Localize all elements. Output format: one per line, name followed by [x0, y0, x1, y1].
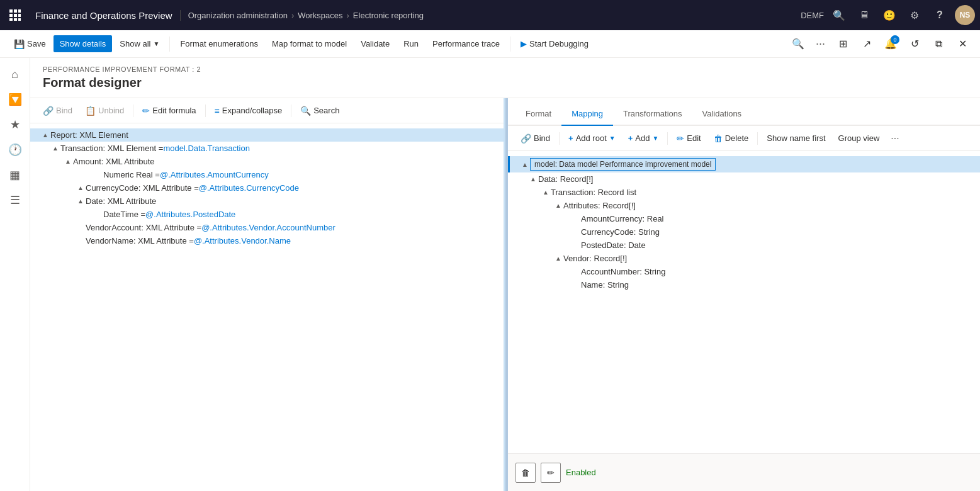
help-icon[interactable]: ? [930, 5, 950, 25]
cmdbar: 💾 Save Show details Show all ▼ Format en… [0, 30, 980, 58]
tree-toggle-icon[interactable]: ▲ [553, 202, 563, 209]
search-icon: 🔍 [300, 106, 311, 116]
tree-toggle-icon[interactable]: ▲ [553, 255, 563, 262]
tree-toggle-icon [76, 237, 86, 244]
edit-formula-icon: ✏ [142, 106, 150, 116]
right-panel: Format Mapping Transformations Validatio… [508, 98, 980, 491]
sidebar-list-icon[interactable]: ☰ [4, 189, 26, 212]
tree-toggle-icon[interactable]: ▲ [63, 158, 73, 165]
tab-validations[interactable]: Validations [692, 103, 752, 126]
tree-toggle-icon[interactable]: ▲ [528, 176, 538, 183]
smiley-icon[interactable]: 🙂 [879, 5, 899, 25]
start-debugging-button[interactable]: ▶ Start Debugging [514, 35, 595, 52]
tree-toggle-icon[interactable]: ▲ [76, 184, 86, 191]
breadcrumb-org[interactable]: Organization administration [188, 11, 288, 20]
tab-transformations[interactable]: Transformations [613, 103, 692, 126]
tree-row[interactable]: Numeric Real = @.Attributes.AmountCurren… [30, 168, 504, 181]
edit-button[interactable]: ✏ Edit [672, 131, 706, 146]
unbind-button[interactable]: 📋 Unbind [80, 103, 129, 118]
edit-formula-button[interactable]: ✏ Edit formula [137, 103, 201, 118]
grid-icon[interactable] [5, 5, 25, 25]
edit-icon: ✏ [677, 133, 684, 144]
tree-row[interactable]: ▲ Transaction: XML Element = model.Data.… [30, 142, 504, 155]
show-all-button[interactable]: Show all ▼ [113, 35, 166, 52]
refresh-icon[interactable]: ↺ [904, 34, 925, 54]
run-button[interactable]: Run [397, 35, 425, 52]
add-button[interactable]: + Add ▼ [623, 131, 664, 145]
svg-rect-7 [14, 18, 17, 21]
model-tree-row[interactable]: ▲ model: Data model Performance improvem… [508, 156, 980, 172]
env-label: DEMF [801, 11, 824, 20]
model-tree-row[interactable]: ▲ Data: Record[!] [508, 172, 980, 186]
delete-button[interactable]: 🗑 Delete [709, 131, 754, 146]
mapping-bind-button[interactable]: 🔗 Bind [515, 131, 555, 146]
show-details-button[interactable]: Show details [54, 35, 113, 52]
model-tree-row[interactable]: ▲ Attributes: Record[!] [508, 199, 980, 212]
map-format-button[interactable]: Map format to model [266, 35, 353, 52]
model-tree-row[interactable]: AmountCurrency: Real [508, 212, 980, 225]
bottom-edit-button[interactable]: ✏ [541, 463, 561, 483]
tree-row[interactable]: VendorName: XML Attribute = @.Attributes… [30, 234, 504, 247]
model-tree-row[interactable]: Name: String [508, 278, 980, 291]
show-name-first-button[interactable]: Show name first [762, 131, 830, 145]
add-root-button[interactable]: + Add root ▼ [563, 131, 621, 145]
mapping-bind-icon: 🔗 [521, 133, 531, 144]
cmd-grid-icon[interactable]: ⊞ [833, 34, 853, 54]
tree-toggle-icon[interactable]: ▲ [541, 189, 551, 196]
monitor-icon[interactable]: 🖥 [854, 5, 874, 25]
tree-row[interactable]: DateTime = @.Attributes.PostedDate [30, 208, 504, 221]
search-icon[interactable]: 🔍 [829, 5, 849, 25]
model-tree-row[interactable]: ▲ Vendor: Record[!] [508, 252, 980, 265]
breadcrumb-er[interactable]: Electronic reporting [353, 11, 424, 20]
sidebar-star-icon[interactable]: ★ [4, 113, 26, 136]
group-view-button[interactable]: Group view [833, 131, 885, 145]
more-options-button[interactable]: ··· [887, 130, 903, 147]
tree-row[interactable]: ▲ CurrencyCode: XML Attribute = @.Attrib… [30, 181, 504, 195]
tree-row[interactable]: VendorAccount: XML Attribute = @.Attribu… [30, 221, 504, 234]
new-window-icon[interactable]: ⧉ [928, 34, 949, 54]
model-tree-row[interactable]: AccountNumber: String [508, 265, 980, 278]
left-tree-area[interactable]: ▲ Report: XML Element ▲ Transaction: XML… [30, 123, 504, 491]
tree-item-value: @.Attributes.CurrencyCode [199, 183, 299, 193]
search-button[interactable]: 🔍 Search [295, 103, 344, 118]
sidebar-filter-icon[interactable]: 🔽 [4, 88, 26, 111]
save-button[interactable]: 💾 Save [8, 35, 52, 53]
cmd-more-button[interactable]: ··· [812, 35, 829, 53]
notification-icon[interactable]: 🔔 0 [881, 34, 901, 54]
tree-toggle-icon[interactable]: ▲ [50, 145, 60, 152]
tab-mapping[interactable]: Mapping [561, 103, 613, 126]
tree-toggle-icon[interactable]: ▲ [520, 161, 530, 168]
add-plus-icon: + [628, 133, 633, 143]
tree-toggle-icon [571, 242, 581, 249]
settings-icon[interactable]: ⚙ [904, 5, 925, 25]
model-tree-area[interactable]: ▲ model: Data model Performance improvem… [508, 151, 980, 453]
tree-item-label: Report: XML Element [50, 130, 128, 140]
mapping-toolbar: 🔗 Bind + Add root ▼ + Add ▼ ✏ Edit [508, 126, 980, 151]
tree-item-label: Transaction: Record list [551, 188, 636, 197]
model-tree-row[interactable]: CurrencyCode: String [508, 225, 980, 239]
tree-item-label: DateTime = [103, 210, 145, 219]
bind-button[interactable]: 🔗 Bind [38, 103, 77, 118]
tree-row[interactable]: ▲ Report: XML Element [30, 128, 504, 142]
svg-rect-5 [18, 14, 21, 17]
expand-collapse-button[interactable]: ≡ Expand/collapse [210, 103, 288, 118]
breadcrumb-workspaces[interactable]: Workspaces [298, 11, 342, 20]
model-tree-row[interactable]: PostedDate: Date [508, 239, 980, 252]
close-icon[interactable]: ✕ [952, 34, 972, 54]
cmd-search-icon[interactable]: 🔍 [788, 34, 808, 54]
tree-toggle-icon[interactable]: ▲ [76, 198, 86, 205]
sidebar-home-icon[interactable]: ⌂ [4, 63, 26, 86]
tree-row[interactable]: ▲ Date: XML Attribute [30, 195, 504, 208]
validate-button[interactable]: Validate [354, 35, 396, 52]
sidebar-clock-icon[interactable]: 🕐 [4, 138, 26, 161]
model-tree-row[interactable]: ▲ Transaction: Record list [508, 186, 980, 199]
tree-toggle-icon[interactable]: ▲ [40, 132, 50, 138]
sidebar-grid2-icon[interactable]: ▦ [4, 164, 26, 186]
avatar[interactable]: NS [955, 5, 975, 25]
performance-trace-button[interactable]: Performance trace [426, 35, 506, 52]
format-enumerations-button[interactable]: Format enumerations [174, 35, 264, 52]
cmd-ext1-icon[interactable]: ↗ [857, 34, 877, 54]
tree-row[interactable]: ▲ Amount: XML Attribute [30, 155, 504, 168]
bottom-delete-button[interactable]: 🗑 [515, 463, 536, 483]
tab-format[interactable]: Format [515, 103, 561, 126]
